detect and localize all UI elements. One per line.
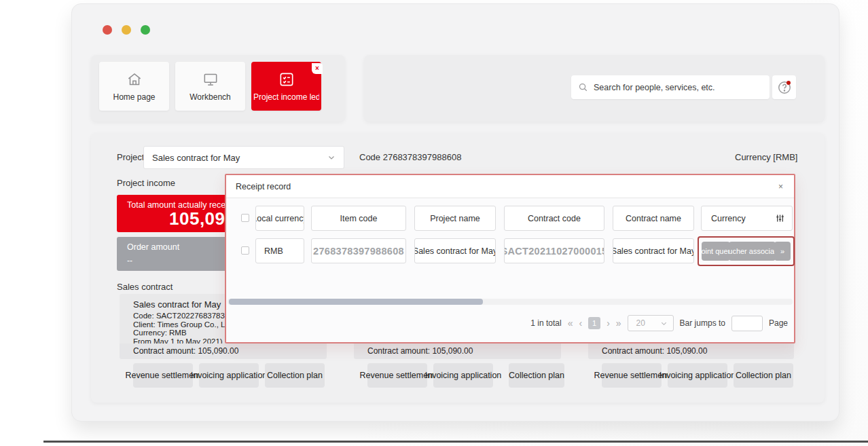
cell-project-name: Sales contract for May bbox=[414, 238, 496, 263]
monitor-icon bbox=[202, 71, 219, 88]
contract-actions: Revenue settlement Invoicing application… bbox=[588, 363, 794, 388]
column-header-currency[interactable]: Currency bbox=[701, 206, 793, 231]
invoicing-application-button[interactable]: Invoicing application bbox=[433, 363, 493, 388]
contract-amount: Contract amount: 105,090.00 bbox=[588, 343, 794, 359]
total-count: 1 in total bbox=[530, 318, 561, 328]
column-header-local-currency[interactable]: Local currency bbox=[255, 206, 304, 231]
project-code-text: Code 2768378397988608 bbox=[359, 146, 461, 169]
page-word: Page bbox=[769, 318, 788, 328]
bottom-divider bbox=[43, 441, 868, 443]
joint-query-button[interactable]: Joint query bbox=[702, 242, 730, 261]
search-icon bbox=[578, 82, 588, 92]
nav-tab-bar: Home page Workbench Proj bbox=[91, 55, 345, 122]
contract-actions: Revenue settlement Invoicing application… bbox=[120, 363, 327, 388]
page-size-select[interactable]: 20 bbox=[628, 315, 674, 331]
tab-home-page[interactable]: Home page bbox=[99, 62, 169, 111]
column-header-contract-name[interactable]: Contract name bbox=[613, 206, 694, 231]
cell-item-code: 2768378397988608 bbox=[311, 238, 406, 263]
screen: Home page Workbench Proj bbox=[0, 0, 868, 446]
app-window: Home page Workbench Proj bbox=[71, 3, 839, 422]
contract-actions: Revenue settlement Invoicing application… bbox=[354, 363, 561, 388]
project-label: Project bbox=[117, 146, 144, 169]
cell-contract-name: Sales contract for May bbox=[613, 238, 694, 263]
sales-contract-section-label: Sales contract bbox=[117, 282, 173, 292]
tab-label: Project income ledger bbox=[253, 92, 319, 102]
project-select[interactable]: Sales contract for May bbox=[143, 146, 344, 169]
search-input[interactable] bbox=[594, 83, 763, 92]
contract-amount: Contract amount: 105,090.00 bbox=[120, 343, 327, 359]
prev-page-button[interactable]: ‹ bbox=[579, 318, 582, 328]
column-header-contract-code[interactable]: Contract code bbox=[504, 206, 604, 231]
cell-local-currency: RMB bbox=[255, 238, 304, 263]
modal-header: Receipt record × bbox=[226, 175, 794, 198]
column-settings-icon[interactable] bbox=[775, 213, 785, 223]
invoicing-application-button[interactable]: Invoicing application bbox=[199, 363, 259, 388]
jump-label: Bar jumps to bbox=[680, 318, 725, 328]
ledger-icon bbox=[278, 71, 295, 88]
chevron-down-icon bbox=[327, 153, 336, 162]
tab-workbench[interactable]: Workbench bbox=[175, 62, 245, 111]
window-close-dot[interactable] bbox=[103, 25, 112, 35]
tab-label: Workbench bbox=[189, 92, 230, 102]
select-all-checkbox[interactable] bbox=[241, 214, 249, 222]
voucher-associated-button[interactable]: Voucher associated bbox=[729, 242, 776, 261]
project-income-section-label: Project income bbox=[117, 178, 175, 188]
tab-project-income-ledger[interactable]: Project income ledger bbox=[251, 62, 321, 111]
collection-plan-button[interactable]: Collection plan bbox=[509, 363, 564, 388]
current-page-button[interactable]: 1 bbox=[588, 317, 600, 329]
tab-close-icon[interactable]: × bbox=[312, 63, 323, 74]
cell-contract-code: SACT20211027000015 bbox=[504, 238, 604, 263]
horizontal-scrollbar-thumb[interactable] bbox=[229, 299, 483, 305]
window-minimize-dot[interactable] bbox=[122, 25, 131, 35]
pagination-bar: 1 in total « ‹ 1 › » 20 Bar jumps to Pag… bbox=[226, 311, 794, 335]
global-search[interactable] bbox=[571, 75, 770, 99]
revenue-settlement-button[interactable]: Revenue settlement bbox=[367, 363, 427, 388]
tab-label: Home page bbox=[113, 92, 155, 102]
last-page-button[interactable]: » bbox=[616, 318, 621, 328]
page-jump-input[interactable] bbox=[731, 316, 763, 331]
page-size-value: 20 bbox=[636, 318, 645, 328]
invoicing-application-button[interactable]: Invoicing application bbox=[668, 363, 727, 388]
column-header-currency-label: Currency bbox=[711, 214, 746, 223]
notification-dot bbox=[786, 81, 791, 85]
contract-amount: Contract amount: 105,090.00 bbox=[354, 343, 561, 359]
close-icon[interactable]: × bbox=[778, 175, 783, 198]
more-actions-button[interactable]: » bbox=[774, 242, 791, 261]
next-page-button[interactable]: › bbox=[607, 318, 610, 328]
home-icon bbox=[126, 71, 143, 88]
collection-plan-button[interactable]: Collection plan bbox=[734, 363, 793, 388]
receipt-record-modal: Receipt record × Local currency Item cod… bbox=[225, 174, 795, 343]
modal-title: Receipt record bbox=[236, 175, 291, 198]
collection-plan-button[interactable]: Collection plan bbox=[265, 363, 325, 388]
help-button[interactable] bbox=[772, 75, 796, 99]
row-checkbox[interactable] bbox=[241, 246, 249, 255]
window-maximize-dot[interactable] bbox=[141, 25, 150, 35]
first-page-button[interactable]: « bbox=[568, 318, 573, 328]
revenue-settlement-button[interactable]: Revenue settlement bbox=[602, 363, 662, 388]
revenue-settlement-button[interactable]: Revenue settlement bbox=[133, 363, 193, 388]
column-header-project-name[interactable]: Project name bbox=[414, 206, 496, 231]
currency-text: Currency [RMB] bbox=[735, 146, 797, 169]
column-header-item-code[interactable]: Item code bbox=[311, 206, 406, 231]
project-select-value: Sales contract for May bbox=[152, 153, 240, 163]
chevron-down-icon bbox=[660, 320, 668, 327]
row-actions-cell: Joint query Voucher associated » bbox=[698, 236, 795, 266]
header-bar bbox=[364, 55, 825, 122]
horizontal-scrollbar-track[interactable] bbox=[228, 299, 793, 305]
